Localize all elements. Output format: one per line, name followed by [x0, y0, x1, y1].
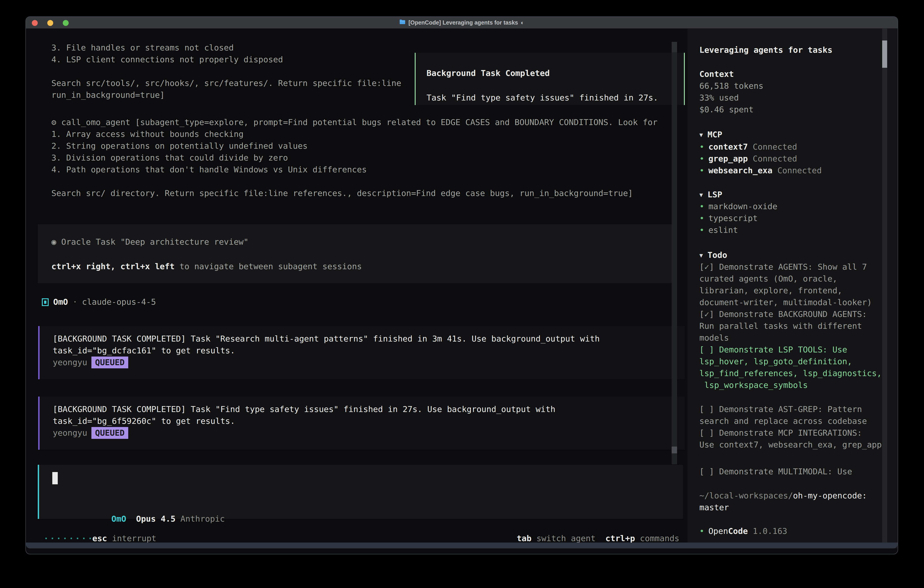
app-window: [OpenCode] Leveraging agents for tasks ◐… — [25, 17, 898, 554]
session-title: Leveraging agents for tasks — [700, 44, 832, 56]
sidebar-scrollbar-track[interactable] — [882, 29, 887, 548]
omo-agent-icon — [42, 298, 49, 306]
oracle-task-title: ◉ Oracle Task "Deep architecture review" — [51, 236, 249, 248]
todo-line: Use context7, websearch_exa, grep_app — [700, 439, 882, 451]
chat-text-line: run_in_background=true] — [51, 89, 165, 101]
lsp-item: •eslint — [700, 224, 738, 236]
separator-dot: · — [73, 296, 78, 308]
input-agent-name: OmO — [111, 514, 126, 524]
message-line: task_id="bg_dcfac161" to get results. — [53, 345, 235, 357]
git-branch: master — [700, 502, 729, 514]
lsp-item: •markdown-oxide — [700, 201, 777, 212]
chat-text-line: 3. File handles or streams not closed — [51, 42, 234, 54]
window-title: [OpenCode] Leveraging agents for tasks — [408, 17, 518, 28]
context-spent: $0.46 spent — [700, 104, 754, 116]
bullet-dot-icon: • — [700, 225, 705, 235]
sidebar-scrollbar-thumb[interactable] — [882, 40, 887, 68]
folder-icon — [399, 17, 406, 28]
status-badge: QUEUED — [91, 427, 128, 439]
todo-section-header[interactable]: ▼Todo — [700, 249, 727, 261]
gear-icon: ⚙ — [51, 117, 56, 127]
mcp-section-header[interactable]: ▼MCP — [700, 129, 722, 141]
todo-line: document-writer, multimodal-looker) — [700, 297, 872, 308]
status-badge: QUEUED — [91, 357, 128, 368]
todo-line: lsp_find_references, lsp_diagnostics, — [700, 367, 882, 379]
chat-text-line: 4. LSP client connections not properly d… — [51, 54, 283, 66]
zoom-button[interactable] — [63, 20, 69, 26]
tool-call-item: 3. Division operations that could divide… — [51, 152, 288, 164]
context-tokens: 66,518 tokens — [700, 80, 764, 92]
agent-model: claude-opus-4-5 — [82, 296, 156, 308]
close-button[interactable] — [32, 20, 38, 26]
mcp-item: •grep_app Connected — [700, 153, 797, 165]
todo-line: models — [700, 332, 729, 344]
notification-title: Background Task Completed — [427, 67, 550, 79]
tool-call-footer: Search src/ directory. Return specific f… — [51, 187, 633, 199]
tool-call-item: 4. Path operations that don't handle Win… — [51, 164, 367, 175]
todo-line: [✓] Demonstrate AGENTS: Show all 7 — [700, 261, 867, 273]
chat-panel: 3. File handles or streams not closed 4.… — [26, 29, 688, 548]
bullet-dot-icon: • — [700, 142, 705, 152]
todo-line: [ ] Demonstrate LSP TOOLS: Use — [700, 344, 847, 356]
todo-line: [ ] Demonstrate AST-GREP: Pattern — [700, 403, 862, 415]
todo-line: search and replace across codebase — [700, 415, 867, 427]
prompt-input[interactable]: OmO Opus 4.5 Anthropic — [38, 465, 683, 519]
mcp-item: •websearch_exa Connected — [700, 165, 822, 177]
chat-scrollbar-thumb[interactable] — [672, 447, 677, 453]
oracle-task-box: ◉ Oracle Task "Deep architecture review"… — [38, 224, 673, 283]
window-bottom-bar — [26, 543, 898, 548]
todo-line: [ ] Demonstrate MCP INTEGRATIONS: — [700, 427, 862, 439]
message-author: yeongyu — [53, 357, 87, 368]
chevron-down-icon: ▼ — [700, 131, 703, 138]
bullet-dot-icon: • — [700, 154, 705, 163]
todo-line: [✓] Demonstrate BACKGROUND AGENTS: — [700, 308, 867, 320]
model-status-line: OmO Opus 4.5 Anthropic — [52, 501, 225, 537]
session-sidebar: Leveraging agents for tasks Context 66,5… — [688, 29, 898, 548]
chevron-down-icon: ▼ — [700, 252, 703, 259]
message-line: [BACKGROUND TASK COMPLETED] Task "Find t… — [53, 403, 556, 415]
todo-line: [ ] Demonstrate MULTIMODAL: Use — [700, 466, 852, 477]
chevron-down-icon: ▼ — [700, 192, 703, 198]
chat-scrollbar-segment — [672, 42, 677, 52]
context-heading: Context — [700, 68, 734, 80]
message-line: task_id="bg_6f59260c" to get results. — [53, 415, 235, 427]
todo-line: lsp_workspace_symbols — [700, 379, 808, 391]
minimize-button[interactable] — [47, 20, 53, 26]
background-task-message: [BACKGROUND TASK COMPLETED] Task "Find t… — [38, 396, 685, 450]
mcp-item: •context7 Connected — [700, 141, 797, 153]
background-task-notification: Background Task Completed Task "Find typ… — [415, 53, 685, 105]
background-task-message: [BACKGROUND TASK COMPLETED] Task "Resear… — [38, 326, 685, 379]
tool-call-item: 1. Array access without bounds checking — [51, 128, 244, 140]
notification-body: Task "Find type safety issues" finished … — [427, 92, 658, 104]
tool-call-item: 2. String operations on potentially unde… — [51, 140, 308, 152]
app-version: •OpenCode 1.0.163 — [700, 525, 787, 537]
screen: [OpenCode] Leveraging agents for tasks ◐… — [0, 0, 924, 588]
oracle-task-hint: ctrl+x right, ctrl+x left to navigate be… — [51, 261, 362, 273]
todo-line: lsp_hover, lsp_goto_definition, — [700, 356, 852, 367]
chat-scrollbar-track[interactable] — [672, 42, 677, 464]
tool-call-line: ⚙ call_omo_agent [subagent_type=explore,… — [51, 116, 658, 128]
todo-line: Run parallel tasks with different — [700, 320, 862, 332]
chat-text-line: Search src/tools/, src/hooks/, src/featu… — [51, 77, 401, 89]
message-line: [BACKGROUND TASK COMPLETED] Task "Resear… — [53, 333, 600, 345]
context-used: 33% used — [700, 92, 739, 104]
workspace-path: ~/local-workspaces/oh-my-opencode: — [700, 490, 867, 502]
text-cursor — [52, 472, 58, 484]
input-model-name: Opus 4.5 — [136, 514, 175, 524]
bullet-dot-icon: • — [700, 165, 705, 175]
bullet-dot-icon: • — [700, 526, 705, 536]
todo-line: curated agents (OmO, oracle, — [700, 273, 837, 285]
message-author: yeongyu — [53, 427, 87, 439]
bullet-dot-icon: • — [700, 213, 705, 223]
bullet-dot-icon: • — [700, 202, 705, 211]
todo-line: librarian, explore, frontend, — [700, 285, 842, 297]
agent-session-line[interactable]: OmO · claude-opus-4-5 — [42, 296, 156, 308]
lsp-section-header[interactable]: ▼LSP — [700, 189, 722, 201]
input-provider-name: Anthropic — [180, 514, 225, 524]
lsp-item: •typescript — [700, 212, 757, 224]
loading-half-circle-icon: ◐ — [521, 17, 524, 28]
window-body: 3. File handles or streams not closed 4.… — [26, 29, 898, 548]
window-titlebar: [OpenCode] Leveraging agents for tasks ◐ — [26, 17, 898, 29]
agent-name: OmO — [53, 296, 68, 308]
